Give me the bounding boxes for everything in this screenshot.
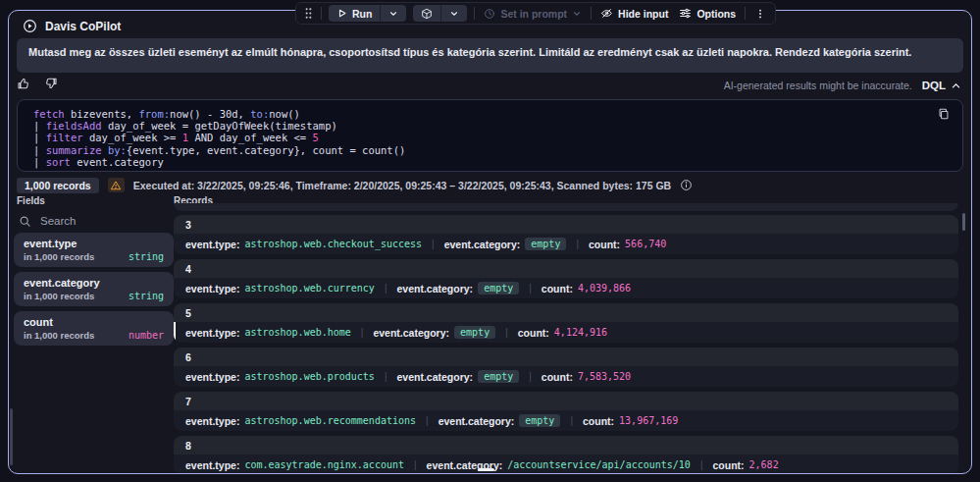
thumbs-down-button[interactable]	[44, 77, 58, 94]
visualization-options-button[interactable]	[440, 5, 467, 22]
value-separator: |	[385, 371, 387, 382]
code-token: |	[33, 132, 46, 143]
field-card[interactable]: event.category in 1,000 records string	[14, 272, 174, 306]
table-row[interactable]: 8 event.type: com.easytrade.nginx.accoun…	[174, 436, 958, 474]
value-separator: |	[529, 283, 532, 294]
record-index-row[interactable]: 4	[174, 259, 958, 278]
code-token: filter	[46, 132, 83, 143]
copy-query-button[interactable]	[937, 107, 951, 121]
event-category-label: event.category:	[444, 239, 521, 250]
davis-copilot-icon	[23, 19, 37, 33]
code-line: | fieldsAdd day_of_week = getDayOfWeek(t…	[33, 120, 947, 132]
panel-scrollbar[interactable]	[10, 408, 13, 465]
event-type-value: astroshop.web.products	[244, 371, 374, 382]
record-values-row[interactable]: event.type: astroshop.web.products | eve…	[174, 366, 958, 387]
record-values-row[interactable]: event.type: com.easytrade.nginx.account …	[174, 455, 958, 474]
table-row[interactable]: 5 event.type: astroshop.web.home | event…	[174, 303, 958, 343]
prompt-text-box[interactable]: Mutasd meg az összes üzleti eseményt az …	[17, 38, 963, 73]
warning-icon[interactable]	[108, 178, 125, 192]
record-index-row[interactable]: 7	[174, 392, 958, 410]
set-in-prompt-button[interactable]: Set in prompt	[482, 8, 584, 20]
records-scrollbar[interactable]	[962, 213, 965, 231]
code-token: event.category	[71, 156, 164, 168]
field-type-badge: string	[129, 291, 164, 301]
field-type-badge: string	[129, 251, 164, 262]
value-separator: |	[361, 327, 364, 338]
thumbs-up-button[interactable]	[17, 77, 30, 94]
set-in-prompt-label: Set in prompt	[500, 8, 567, 20]
field-name: event.type	[24, 237, 164, 250]
record-values-row[interactable]: event.type: astroshop.web.home | event.c…	[174, 322, 958, 343]
code-token: now() - 30d,	[170, 108, 250, 120]
code-token: summarize	[46, 144, 102, 156]
record-values-row[interactable]: event.type: astroshop.web.currency | eve…	[174, 278, 958, 298]
value-separator: |	[576, 239, 579, 249]
copilot-panel: Davis CoPilot Mutasd meg az összes üzlet…	[8, 10, 972, 474]
run-button[interactable]: Run	[329, 5, 380, 22]
code-line: fetch bizevents, from:now() - 30d, to:no…	[33, 108, 947, 120]
code-token: to:	[250, 108, 269, 120]
info-icon[interactable]	[680, 179, 693, 191]
table-row[interactable]: 6 event.type: astroshop.web.products | e…	[174, 348, 958, 387]
event-category-label: event.category:	[397, 283, 474, 295]
event-type-label: event.type:	[185, 283, 239, 295]
record-index: 7	[185, 396, 191, 407]
fields-search[interactable]	[19, 211, 166, 231]
cube-icon	[421, 8, 433, 20]
visualization-button[interactable]	[413, 5, 440, 22]
event-type-value: astroshop.web.currency	[244, 283, 374, 294]
record-index-row[interactable]: 8	[174, 436, 958, 455]
field-card[interactable]: event.type in 1,000 records string	[14, 233, 174, 267]
panel-title: Davis CoPilot	[45, 20, 121, 33]
drag-handle-icon[interactable]	[303, 7, 314, 20]
code-line: | filter day_of_week >= 1 AND day_of_wee…	[33, 132, 947, 143]
event-category-value: empty	[478, 370, 519, 383]
event-type-value: com.easytrade.nginx.account	[244, 459, 404, 470]
count-label: count:	[542, 371, 573, 383]
hide-input-button[interactable]: Hide input	[598, 7, 670, 20]
ai-disclaimer: AI-generated results might be inaccurate…	[724, 80, 912, 91]
code-token: now()	[269, 108, 300, 120]
search-input[interactable]	[40, 215, 148, 227]
record-index-row[interactable]: 5	[174, 303, 958, 322]
resize-handle[interactable]	[478, 468, 494, 471]
dql-query-box[interactable]: fetch bizevents, from:now() - 30d, to:no…	[17, 99, 963, 172]
chevron-down-icon	[388, 9, 398, 19]
count-value: 4,039,866	[578, 283, 631, 294]
dql-collapse-toggle[interactable]: DQL	[922, 80, 961, 91]
chevron-down-icon	[449, 9, 459, 19]
feedback-row: AI-generated results might be inaccurate…	[17, 78, 961, 93]
table-row[interactable]: 7 event.type: astroshop.web.recommendati…	[174, 392, 958, 431]
records-list: 3 event.type: astroshop.web.checkout_suc…	[174, 215, 958, 474]
record-values-row[interactable]: event.type: astroshop.web.recommendation…	[174, 410, 958, 431]
options-label: Options	[696, 8, 736, 20]
count-value: 2,682	[749, 459, 779, 470]
code-token: bizevents,	[65, 108, 139, 120]
count-label: count:	[583, 415, 614, 427]
record-values-row[interactable]: event.type: astroshop.web.checkout_succe…	[174, 234, 958, 254]
run-button-label: Run	[352, 8, 372, 20]
value-separator: |	[570, 415, 573, 426]
record-index-row[interactable]: 6	[174, 348, 958, 366]
dql-label: DQL	[922, 80, 946, 91]
record-partial-row[interactable]	[174, 203, 958, 211]
event-category-label: event.category:	[438, 415, 515, 427]
run-options-button[interactable]	[380, 5, 406, 22]
event-category-value: empty	[519, 414, 560, 427]
options-button[interactable]: Options	[677, 7, 738, 20]
chevron-down-icon	[572, 9, 582, 19]
event-type-value: astroshop.web.checkout_success	[244, 239, 422, 249]
execution-info: Executed at: 3/22/2025, 09:25:46, Timefr…	[133, 180, 671, 191]
table-row[interactable]: 4 event.type: astroshop.web.currency | e…	[174, 259, 958, 298]
table-row[interactable]: 3 event.type: astroshop.web.checkout_suc…	[174, 215, 958, 254]
record-index-row[interactable]: 3	[174, 215, 958, 234]
field-card[interactable]: count in 1,000 records number	[14, 311, 174, 346]
record-index: 4	[185, 263, 191, 275]
event-category-value: empty	[454, 326, 495, 339]
field-name: event.category	[24, 276, 164, 290]
record-index: 5	[185, 307, 191, 319]
more-menu-icon[interactable]	[752, 8, 768, 20]
code-token: day_of_week = getDayOfWeek(timestamp)	[102, 120, 337, 132]
chevron-up-icon	[951, 80, 961, 91]
search-icon	[19, 215, 31, 228]
